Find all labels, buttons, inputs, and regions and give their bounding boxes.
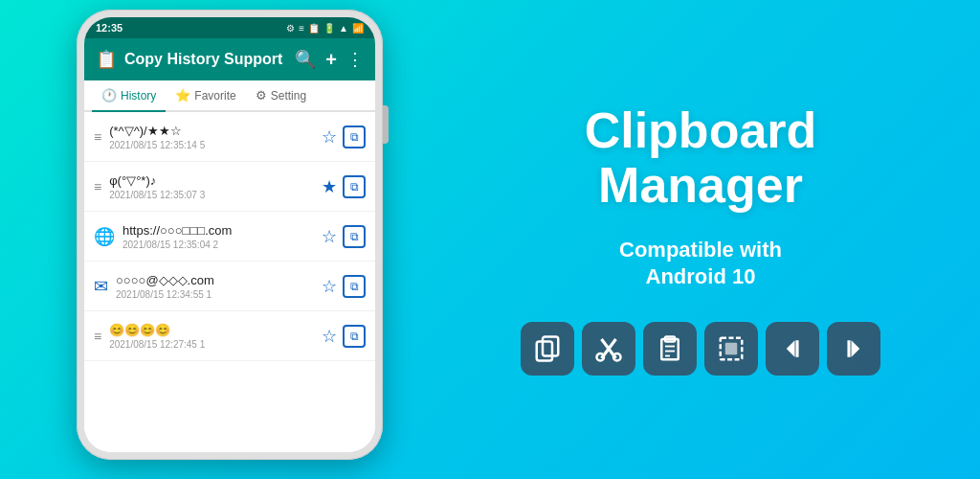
copy-button[interactable]: ⧉ xyxy=(343,175,366,198)
list-item-content: (*^▽^)/★★☆ 2021/08/15 12:35:14 5 xyxy=(109,124,314,150)
right-panel: Clipboard Manager Compatible with Androi… xyxy=(421,84,980,395)
wifi-status-icon: ▲ xyxy=(339,23,348,34)
url-icon: 🌐 xyxy=(94,226,115,247)
menu-status-icon: ≡ xyxy=(299,23,304,34)
favorite-button[interactable]: ★ xyxy=(322,176,337,197)
item-meta: 2021/08/15 12:35:14 5 xyxy=(109,140,314,150)
drag-handle-icon: ≡ xyxy=(94,329,101,344)
more-options-icon[interactable]: ⋮ xyxy=(346,49,364,70)
item-actions: ☆ ⧉ xyxy=(322,125,366,148)
favorite-button[interactable]: ☆ xyxy=(322,326,337,347)
email-icon: ✉ xyxy=(94,276,108,297)
copy-button[interactable]: ⧉ xyxy=(343,325,366,348)
copy-toolbar-button[interactable] xyxy=(521,322,574,376)
svg-rect-12 xyxy=(725,343,738,355)
tab-favorite[interactable]: ⭐ Favorite xyxy=(166,80,245,110)
power-button xyxy=(383,105,389,144)
battery-status-icon: 🔋 xyxy=(323,23,335,34)
cut-toolbar-icon xyxy=(594,334,623,363)
svg-marker-13 xyxy=(787,340,795,357)
subtitle: Compatible with Android 10 xyxy=(619,237,782,291)
item-text: φ(°▽°*)♪ xyxy=(109,173,314,188)
app-bar-actions: 🔍 + ⋮ xyxy=(295,49,364,71)
list-item: ≡ 😊😊😊😊 2021/08/15 12:27:45 1 ☆ ⧉ xyxy=(84,311,375,361)
item-actions: ☆ ⧉ xyxy=(322,325,366,348)
favorite-button[interactable]: ☆ xyxy=(322,126,337,148)
subtitle-line1: Compatible with xyxy=(619,237,782,264)
list-item-content: https://○○○□□□.com 2021/08/15 12:35:04 2 xyxy=(122,223,314,250)
svg-rect-1 xyxy=(537,341,552,360)
copy-button[interactable]: ⧉ xyxy=(343,275,366,298)
clipboard-status-icon: 📋 xyxy=(308,23,320,34)
history-tab-icon: 🕐 xyxy=(101,88,117,103)
item-text: ○○○○@◇◇◇.com xyxy=(116,273,314,287)
status-bar: 12:35 ⚙ ≡ 📋 🔋 ▲ 📶 xyxy=(84,17,375,38)
select-all-toolbar-icon xyxy=(717,334,746,363)
app-bar: 📋 Copy History Support 🔍 + ⋮ xyxy=(84,38,375,80)
phone-outer: 12:35 ⚙ ≡ 📋 🔋 ▲ 📶 📋 Copy History Support… xyxy=(77,10,383,460)
status-icons: ⚙ ≡ 📋 🔋 ▲ 📶 xyxy=(286,23,364,34)
setting-tab-label: Setting xyxy=(271,89,306,103)
list-item-content: φ(°▽°*)♪ 2021/08/15 12:35:07 3 xyxy=(109,173,314,200)
history-list: ≡ (*^▽^)/★★☆ 2021/08/15 12:35:14 5 ☆ ⧉ ≡… xyxy=(84,112,375,452)
item-actions: ★ ⧉ xyxy=(322,175,366,198)
item-meta: 2021/08/15 12:35:04 2 xyxy=(122,240,314,250)
cut-toolbar-button[interactable] xyxy=(582,322,635,376)
tab-bar: 🕐 History ⭐ Favorite ⚙ Setting xyxy=(84,80,375,112)
item-text: 😊😊😊😊 xyxy=(109,323,314,337)
move-right-toolbar-icon xyxy=(839,334,868,363)
paste-toolbar-icon xyxy=(656,334,684,363)
select-all-toolbar-button[interactable] xyxy=(704,322,758,376)
title-line2: Manager xyxy=(585,158,817,213)
history-tab-label: History xyxy=(121,89,156,103)
copy-button[interactable]: ⧉ xyxy=(343,125,366,148)
copy-toolbar-icon xyxy=(533,334,562,363)
move-left-toolbar-button[interactable] xyxy=(766,322,819,376)
status-time: 12:35 xyxy=(96,22,122,34)
title-line1: Clipboard xyxy=(585,103,817,158)
svg-point-5 xyxy=(613,354,621,361)
favorite-tab-label: Favorite xyxy=(194,89,235,103)
app-title: Copy History Support xyxy=(124,51,287,68)
list-item-content: 😊😊😊😊 2021/08/15 12:27:45 1 xyxy=(109,323,314,350)
item-meta: 2021/08/15 12:27:45 1 xyxy=(109,339,314,350)
tab-setting[interactable]: ⚙ Setting xyxy=(246,80,316,110)
item-meta: 2021/08/15 12:34:55 1 xyxy=(116,289,314,300)
feature-toolbar xyxy=(521,322,880,376)
item-text: (*^▽^)/★★☆ xyxy=(109,124,314,138)
item-actions: ☆ ⧉ xyxy=(322,225,366,248)
svg-marker-15 xyxy=(852,340,860,357)
favorite-button[interactable]: ☆ xyxy=(322,276,337,297)
item-actions: ☆ ⧉ xyxy=(322,275,366,298)
search-icon[interactable]: 🔍 xyxy=(295,49,316,70)
favorite-button[interactable]: ☆ xyxy=(322,226,337,247)
list-item: 🌐 https://○○○□□□.com 2021/08/15 12:35:04… xyxy=(84,212,375,262)
svg-rect-0 xyxy=(543,336,558,355)
move-left-toolbar-icon xyxy=(778,334,807,363)
list-item-content: ○○○○@◇◇◇.com 2021/08/15 12:34:55 1 xyxy=(116,273,314,300)
drag-handle-icon: ≡ xyxy=(94,179,101,194)
drag-handle-icon: ≡ xyxy=(94,129,101,145)
item-text: https://○○○□□□.com xyxy=(122,223,314,238)
subtitle-line2: Android 10 xyxy=(619,263,782,291)
paste-toolbar-button[interactable] xyxy=(643,322,697,376)
phone-mockup: 12:35 ⚙ ≡ 📋 🔋 ▲ 📶 📋 Copy History Support… xyxy=(77,10,421,469)
signal-status-icon: 📶 xyxy=(352,23,364,34)
favorite-tab-icon: ⭐ xyxy=(175,88,190,103)
setting-tab-icon: ⚙ xyxy=(256,88,267,103)
list-item: ≡ (*^▽^)/★★☆ 2021/08/15 12:35:14 5 ☆ ⧉ xyxy=(84,112,375,162)
list-item: ✉ ○○○○@◇◇◇.com 2021/08/15 12:34:55 1 ☆ ⧉ xyxy=(84,262,375,311)
phone-screen: 12:35 ⚙ ≡ 📋 🔋 ▲ 📶 📋 Copy History Support… xyxy=(84,17,375,452)
move-right-toolbar-button[interactable] xyxy=(827,322,880,376)
svg-point-4 xyxy=(597,354,605,361)
main-title: Clipboard Manager xyxy=(585,103,817,213)
settings-status-icon: ⚙ xyxy=(286,23,295,34)
tab-history[interactable]: 🕐 History xyxy=(92,80,166,112)
add-icon[interactable]: + xyxy=(325,49,337,71)
list-item: ≡ φ(°▽°*)♪ 2021/08/15 12:35:07 3 ★ ⧉ xyxy=(84,162,375,212)
app-icon: 📋 xyxy=(96,49,117,70)
item-meta: 2021/08/15 12:35:07 3 xyxy=(109,190,314,200)
copy-button[interactable]: ⧉ xyxy=(343,225,366,248)
